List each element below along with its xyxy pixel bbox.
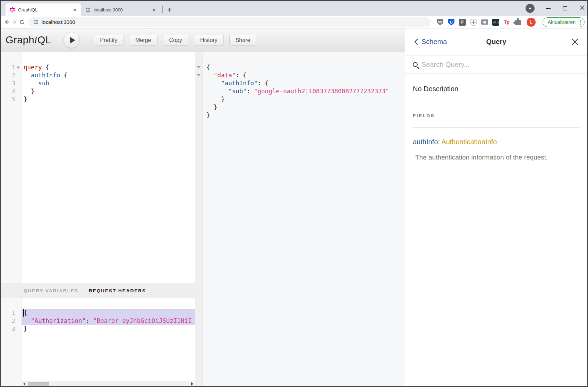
query-editor[interactable]: 1query {2 authInfo {3 sub4 }5} (1, 52, 195, 283)
forward-button[interactable] (11, 17, 17, 27)
doc-field-description: The authentication information of the re… (413, 154, 580, 161)
react-devtools-icon[interactable] (492, 18, 500, 26)
toolbar-button-merge[interactable]: Merge (129, 35, 157, 46)
code-line: 3 sub (1, 79, 195, 87)
back-button[interactable] (4, 17, 10, 27)
chevron-down-bubble-icon[interactable] (526, 4, 535, 13)
bitwarden-shield-icon[interactable]: U (448, 18, 455, 26)
window-caption-zone (526, 1, 585, 16)
result-line: { (195, 63, 405, 71)
tab-title: GraphiQL (18, 7, 71, 12)
doc-search-input[interactable] (421, 61, 580, 69)
editor-column: 1query {2 authInfo {3 sub4 }5} QUERY VAR… (1, 52, 195, 386)
update-extension-button[interactable]: Aktualisieren (543, 17, 585, 27)
globe-icon (33, 19, 39, 25)
close-icon (572, 38, 578, 45)
ublock-shield-icon[interactable]: UO (436, 18, 444, 26)
code-token: { (60, 72, 67, 79)
code-token: authInfo (31, 72, 60, 79)
fold-slot (15, 317, 22, 325)
code-text: } (22, 95, 195, 103)
reload-button[interactable] (19, 17, 25, 27)
code-token (24, 72, 31, 79)
doc-no-description: No Description (413, 85, 580, 93)
scrollbar-track[interactable] (27, 381, 189, 386)
fold-arrow-icon[interactable] (197, 66, 201, 68)
p-square-icon[interactable]: P (459, 18, 466, 26)
code-token: } (24, 88, 35, 95)
minimize-button[interactable] (546, 8, 551, 9)
profile-avatar[interactable]: L (527, 18, 536, 27)
tab-divider (162, 6, 163, 13)
request-headers-editor[interactable]: 1{2 "Authorization": "Bearer eyJhbGciOiJ… (1, 298, 195, 386)
code-token: "Authorization" (31, 317, 86, 324)
code-token: } (206, 96, 225, 103)
tab-close-icon[interactable] (71, 7, 78, 13)
code-token (24, 317, 31, 324)
code-token (24, 80, 38, 87)
crosshair-icon[interactable] (470, 18, 477, 26)
camera-icon[interactable] (481, 18, 488, 26)
line-number: 2 (1, 317, 15, 325)
scrollbar-thumb[interactable] (28, 382, 49, 386)
result-line: } (195, 111, 405, 119)
scroll-right-icon[interactable] (189, 381, 195, 387)
code-token: sub (38, 80, 49, 87)
doc-search-row (405, 55, 587, 74)
tab-graphiql[interactable]: GraphiQL (6, 3, 81, 16)
code-token: : (86, 317, 93, 324)
result-viewer: { "data": { "authInfo": { "sub": "google… (195, 52, 405, 386)
new-tab-button[interactable] (165, 5, 174, 14)
code-token (206, 80, 221, 87)
doc-back-link[interactable]: Schema (414, 38, 447, 46)
toolbar-button-prettify[interactable]: Prettify (94, 35, 123, 46)
code-token: "Bearer eyJhbGciOiJSUzI1NiI (93, 317, 191, 324)
code-token: "sub" (228, 88, 247, 95)
doc-explorer-panel: Schema Query No Description FIELDS authI… (405, 28, 587, 386)
kebab-menu-icon[interactable] (579, 19, 581, 25)
tab-request-headers[interactable]: REQUEST HEADERS (89, 288, 146, 293)
doc-field-type-link[interactable]: AuthenticationInfo (441, 138, 497, 146)
toolbar-button-share[interactable]: Share (229, 35, 257, 46)
tp-icon[interactable]: Tp (503, 18, 511, 26)
update-button-label: Aktualisieren (548, 19, 576, 25)
code-token: { (42, 64, 49, 71)
graphiql-main: 1query {2 authInfo {3 sub4 }5} QUERY VAR… (1, 52, 405, 386)
code-token: "data" (214, 72, 236, 79)
browser-window: GraphiQL localhost:3000 (0, 0, 588, 387)
tab-close-icon[interactable] (151, 7, 157, 13)
tab-localhost[interactable]: localhost:3000 (81, 3, 160, 16)
doc-field-name-link[interactable]: authInfo (413, 138, 438, 146)
toolbar-button-history[interactable]: History (194, 35, 224, 46)
line-number: 2 (1, 71, 15, 79)
result-line: "sub": "google-oauth2|108377380082777232… (195, 87, 405, 95)
tab-strip: GraphiQL localhost:3000 (1, 1, 587, 16)
execute-query-button[interactable] (63, 32, 80, 48)
maximize-button[interactable] (563, 6, 567, 10)
close-window-button[interactable] (580, 5, 585, 11)
code-line: 4 } (1, 87, 195, 95)
fold-arrow-icon[interactable] (197, 74, 201, 76)
scroll-left-icon[interactable] (22, 381, 27, 387)
code-text: { (22, 309, 195, 317)
doc-fields-label: FIELDS (413, 113, 580, 118)
puzzle-extensions-icon[interactable] (514, 18, 522, 26)
code-text: } (22, 325, 195, 333)
graphiql-app: GraphiQL PrettifyMergeCopyHistoryShare 1… (1, 28, 405, 386)
graphiql-logo: GraphiQL (6, 34, 51, 46)
doc-close-button[interactable] (571, 38, 579, 46)
page-content: GraphiQL PrettifyMergeCopyHistoryShare 1… (1, 28, 587, 386)
chevron-left-icon (414, 38, 418, 45)
code-line: 1query { (1, 63, 195, 71)
globe-icon (85, 7, 91, 12)
fold-slot (15, 71, 22, 79)
tab-query-variables[interactable]: QUERY VARIABLES (24, 288, 78, 293)
code-token (206, 88, 228, 95)
toolbar-button-copy[interactable]: Copy (163, 35, 188, 46)
fold-slot (15, 309, 22, 317)
fold-arrow-icon[interactable] (15, 63, 22, 71)
doc-field-row: authInfo: AuthenticationInfo (413, 138, 580, 146)
horizontal-scrollbar[interactable] (22, 381, 195, 386)
address-bar[interactable]: localhost:3000 (28, 17, 431, 27)
code-token: "google-oauth2|108377380082777232373" (254, 88, 389, 95)
